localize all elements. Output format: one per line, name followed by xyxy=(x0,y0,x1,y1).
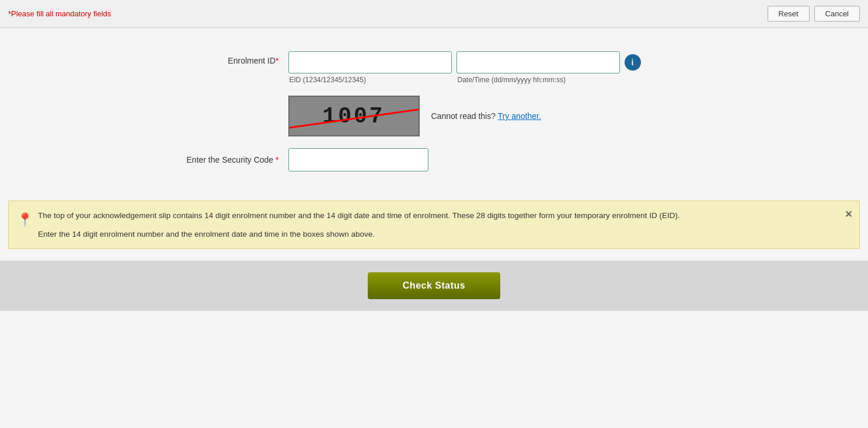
security-code-label: Enter the Security Code * xyxy=(172,155,288,164)
form-area: Enrolment ID* i EID (1234/12345/12345) D… xyxy=(0,51,868,195)
reset-button[interactable]: Reset xyxy=(768,6,810,22)
cannot-read-area: Cannot read this? Try another. xyxy=(431,111,541,121)
enrolment-id-label: Enrolment ID* xyxy=(172,51,288,65)
cancel-button[interactable]: Cancel xyxy=(814,6,860,22)
eid-input[interactable] xyxy=(288,51,452,73)
main-content: Enrolment ID* i EID (1234/12345/12345) D… xyxy=(0,28,868,428)
security-code-input[interactable] xyxy=(288,148,428,171)
eid-hint: EID (1234/12345/12345) xyxy=(288,76,452,84)
required-star: * xyxy=(276,56,278,65)
security-required-star: * xyxy=(276,155,278,164)
info-line2: Enter the 14 digit enrolment number and … xyxy=(38,228,836,241)
footer-bar: Check Status xyxy=(0,261,868,311)
info-pin-icon: 📍 xyxy=(17,209,33,230)
cannot-read-text: Cannot read this? xyxy=(431,111,496,121)
info-icon[interactable]: i xyxy=(625,54,641,71)
mandatory-note: *Please fill all mandatory fields xyxy=(8,9,111,18)
info-line1: The top of your acknowledgement slip con… xyxy=(38,209,836,222)
datetime-input[interactable] xyxy=(456,51,620,73)
hints-row: EID (1234/12345/12345) Date/Time (dd/mm/… xyxy=(288,76,641,84)
field-inputs: i EID (1234/12345/12345) Date/Time (dd/m… xyxy=(288,51,641,84)
top-bar: *Please fill all mandatory fields Reset … xyxy=(0,0,868,28)
page-wrapper: *Please fill all mandatory fields Reset … xyxy=(0,0,868,428)
inputs-row: i xyxy=(288,51,641,73)
info-box-close[interactable]: ✕ xyxy=(845,207,852,222)
enrolment-id-row: Enrolment ID* i EID (1234/12345/12345) D… xyxy=(172,51,697,84)
try-another-link[interactable]: Try another. xyxy=(498,111,541,121)
top-buttons: Reset Cancel xyxy=(768,6,860,22)
security-code-row: Enter the Security Code * xyxy=(172,148,697,171)
captcha-row: 1007 Cannot read this? Try another. xyxy=(172,96,697,136)
datetime-hint: Date/Time (dd/mm/yyyy hh:mm:ss) xyxy=(456,76,620,84)
captcha-box: 1007 xyxy=(288,96,420,136)
check-status-button[interactable]: Check Status xyxy=(368,272,500,299)
info-box: 📍 ✕ The top of your acknowledgement slip… xyxy=(8,201,860,249)
